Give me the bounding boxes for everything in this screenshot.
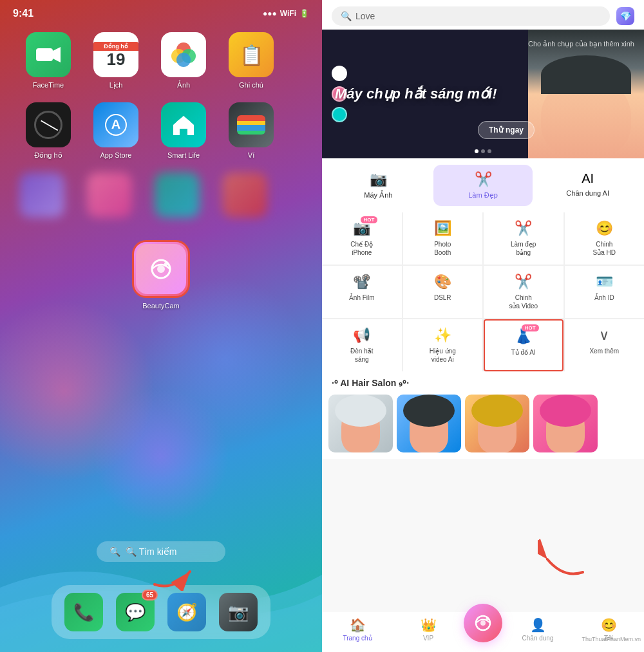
chinh-sua-hd-icon: 😊 (596, 220, 613, 237)
bottom-spacer (322, 459, 644, 510)
hair-girl-2 (410, 401, 448, 452)
anh-film-label: Ảnh Film (349, 293, 375, 302)
search-icon: 🔍 (109, 546, 120, 557)
facetime-camera-svg (36, 46, 61, 64)
app-clock[interactable]: Đồng hồ (19, 102, 77, 160)
den-hat-sang-label: Đèn hắtsáng (350, 347, 373, 364)
tool-den-hat-sang[interactable]: 📢 Đèn hắtsáng (322, 319, 402, 371)
hair-thumb-1[interactable] (328, 395, 393, 452)
nav-trang-chu[interactable]: 🏠 Trang chủ (322, 617, 393, 642)
hair-thumb-2[interactable] (397, 395, 461, 452)
status-time: 9:41 (13, 8, 33, 19)
messages-badge: 65 (142, 590, 158, 601)
clock-label: Đồng hồ (34, 151, 62, 160)
app-calendar[interactable]: Đồng hồ 19 Lịch (87, 32, 145, 89)
clock-minute-hand (48, 124, 59, 131)
hair-thumb-4[interactable] (533, 395, 598, 452)
dock-camera[interactable]: 📷 (219, 593, 258, 631)
tool-photo-booth[interactable]: 🖼️ PhotoBooth (403, 212, 483, 265)
banner: Cho ảnh chụp của bạn thêm xinh Máy chụp … (322, 30, 644, 158)
nav-vip[interactable]: 👑 VIP (393, 617, 464, 642)
tool-tu-do-ai[interactable]: HOT 👗 Tủ đồ AI (484, 319, 564, 371)
tool-anh-id[interactable]: 🪪 Ảnh ID (565, 266, 645, 318)
stripe-blue (237, 125, 265, 131)
hair-girl-4 (546, 401, 585, 452)
app-appstore[interactable]: A App Store (87, 102, 145, 160)
notes-label: Ghi chú (239, 81, 263, 89)
dock-phone[interactable]: 📞 (64, 593, 103, 631)
tool-dslr[interactable]: 🎨 DSLR (403, 266, 483, 318)
gem-icon[interactable]: 💎 (616, 7, 634, 25)
dot-1 (475, 149, 478, 153)
beautycam-border[interactable] (132, 240, 190, 298)
app-photos[interactable]: Ảnh (155, 32, 213, 89)
arrow-to-beautycam (148, 552, 200, 591)
notes-icon-symbol: 📋 (240, 44, 263, 66)
smartlife-label: Smart Life (167, 151, 200, 159)
left-panel: 9:41 ●●● WiFi 🔋 FaceTime Đồng hồ 19 Lịc (0, 0, 322, 652)
banner-try-button[interactable]: Thử ngay (478, 121, 535, 139)
bottom-nav: 🏠 Trang chủ 👑 VIP 👤 Chân dung 😊 Tôi (322, 611, 644, 652)
hair-thumb-1-inner (328, 395, 393, 452)
beautycam-label: BeautyCam (132, 302, 190, 310)
tool-lam-dep-bang[interactable]: ✂️ Làm đẹpbảng (484, 212, 564, 265)
tools-grid: HOT 📷 Chế ĐộiPhone 🖼️ PhotoBooth ✂️ Làm … (322, 212, 644, 371)
tab-chan-dung-ai[interactable]: AI Chân dung AI (538, 165, 638, 206)
app-search-bar[interactable]: 🔍 Love (332, 6, 610, 26)
calendar-date: 19 (107, 51, 126, 68)
beautycam-inner (136, 244, 186, 294)
nav-camera-center[interactable] (464, 604, 502, 642)
camera-icon: 📷 (228, 602, 249, 622)
chinh-sua-video-label: Chinhsửa Video (509, 293, 538, 310)
hair-thumb-3[interactable] (465, 395, 529, 452)
dock-safari[interactable]: 🧭 (167, 593, 206, 631)
app-wallet[interactable]: Ví (222, 102, 280, 160)
tool-hieu-ung-video-ai[interactable]: ✨ Hiệu ứngvideo Ai (403, 319, 483, 371)
app-facetime[interactable]: FaceTime (19, 32, 77, 89)
app-search-icon: 🔍 (341, 11, 352, 21)
tu-do-ai-label: Tủ đồ AI (511, 348, 536, 357)
app-header: 🔍 Love 💎 (322, 0, 644, 30)
lam-dep-icon: ✂️ (475, 171, 492, 188)
stripe-green (237, 131, 265, 135)
chan-dung-label: Chân dung (522, 635, 554, 642)
lam-dep-label: Làm Đẹp (468, 191, 498, 200)
hieu-ung-label: Hiệu ứngvideo Ai (430, 347, 456, 364)
tool-xem-them[interactable]: ∨ Xem thêm (565, 319, 645, 371)
tab-lam-dep[interactable]: ✂️ Làm Đẹp (433, 165, 533, 206)
hot-badge-che-do: HOT (361, 216, 378, 223)
right-panel: 🔍 Love 💎 (322, 0, 644, 652)
photos-icon-img (161, 32, 206, 77)
content-scroll[interactable]: Cho ảnh chụp của bạn thêm xinh Máy chụp … (322, 30, 644, 652)
status-icons: ●●● WiFi 🔋 (263, 9, 309, 18)
beautycam-svg (148, 256, 174, 282)
app-smartlife[interactable]: Smart Life (155, 102, 213, 160)
che-do-iphone-label: Chế ĐộiPhone (350, 240, 373, 257)
appstore-icon-img: A (93, 102, 138, 147)
dot-2 (481, 149, 485, 153)
smartlife-icon-img (161, 102, 206, 147)
tab-may-anh[interactable]: 📷 Máy Ảnh (328, 165, 428, 206)
app-notes[interactable]: 📋 Ghi chú (222, 32, 280, 89)
nav-chan-dung[interactable]: 👤 Chân dung (502, 617, 573, 642)
blurred-app-3 (155, 172, 200, 218)
tool-chinh-sua-hd[interactable]: 😊 ChinhSửa HD (565, 212, 645, 265)
xem-them-icon: ∨ (599, 327, 609, 344)
smartlife-svg (171, 113, 196, 136)
tool-che-do-iphone[interactable]: HOT 📷 Chế ĐộiPhone (322, 212, 402, 265)
stripe-red (237, 115, 265, 121)
photos-circles (171, 42, 196, 67)
hair-thumb-3-inner (465, 395, 529, 452)
chan-dung-icon: 👤 (530, 617, 546, 633)
tool-chinh-sua-video[interactable]: ✂️ Chinhsửa Video (484, 266, 564, 318)
dot-3 (488, 149, 491, 153)
hieu-ung-icon: ✨ (434, 327, 451, 344)
svg-point-5 (157, 265, 165, 273)
banner-title: Máy chụp hắt sáng mới! (335, 85, 631, 104)
anh-id-label: Ảnh ID (594, 293, 614, 302)
tool-anh-film[interactable]: 📽️ Ảnh Film (322, 266, 402, 318)
arrow-right-svg (538, 534, 589, 579)
dock-messages[interactable]: 💬 65 (116, 593, 155, 631)
xem-them-label: Xem thêm (589, 347, 619, 355)
vip-icon: 👑 (421, 617, 437, 633)
